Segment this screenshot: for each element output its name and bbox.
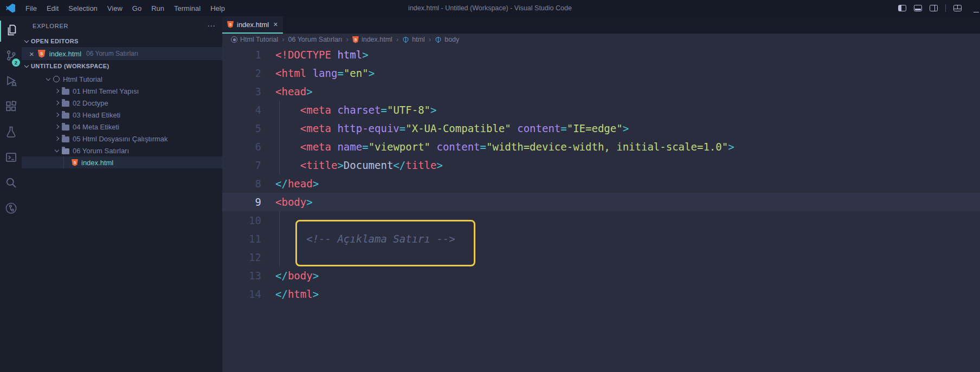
section-open-editors[interactable]: OPEN EDITORS	[22, 35, 222, 47]
breadcrumb-label: html	[412, 36, 425, 43]
tab-close-icon[interactable]: ×	[273, 20, 278, 29]
line-number: 7	[222, 156, 275, 174]
line-number: 10	[222, 211, 275, 230]
file-tree: Html Tutorial01 Html Temel Yapısı02 Doct…	[22, 73, 222, 168]
code-line-12[interactable]: 12	[222, 248, 980, 266]
chevron-right-icon: ›	[346, 35, 349, 43]
code-line-6[interactable]: 6 <meta name="viewport" content="width=d…	[222, 138, 980, 156]
tree-item-label: 04 Meta Etiketi	[73, 123, 119, 131]
menu-bar: FileEditSelectionViewGoRunTerminalHelp	[21, 0, 230, 16]
code-line-13[interactable]: 13</body>	[222, 266, 980, 285]
menu-item-view[interactable]: View	[102, 0, 127, 16]
menu-item-help[interactable]: Help	[205, 0, 230, 16]
breadcrumb-label: 06 Yorum Satırları	[288, 36, 343, 43]
code-line-1[interactable]: 1<!DOCTYPE html>	[222, 45, 980, 64]
line-number: 9	[222, 193, 275, 211]
code-line-4[interactable]: 4 <meta charset="UTF-8">	[222, 101, 980, 119]
section-workspace[interactable]: UNTITLED (WORKSPACE)	[22, 60, 222, 72]
code-line-5[interactable]: 5 <meta http-equiv="X-UA-Compatible" con…	[222, 119, 980, 138]
tree-item-03-head-etiketi[interactable]: 03 Head Etiketi	[22, 109, 222, 121]
git-graph-icon	[5, 202, 17, 217]
minimize-icon[interactable]	[973, 12, 979, 12]
chevron-right-icon	[55, 136, 59, 141]
tab-index-html[interactable]: 5 index.html ×	[222, 16, 283, 34]
line-number: 2	[222, 64, 275, 82]
breadcrumb-item-html[interactable]: html	[402, 36, 425, 43]
code-line-text: <!DOCTYPE html>	[275, 45, 369, 64]
menu-item-edit[interactable]: Edit	[42, 0, 63, 16]
code-line-7[interactable]: 7 <title>Document</title>	[222, 156, 980, 174]
code-line-text: <head>	[275, 82, 313, 101]
code-line-text: <meta name="viewport" content="width=dev…	[275, 138, 734, 156]
code-line-text: </html>	[275, 285, 319, 303]
menu-item-go[interactable]: Go	[127, 0, 146, 16]
tree-item-html-tutorial[interactable]: Html Tutorial	[22, 73, 222, 85]
beaker-icon	[5, 126, 17, 140]
breadcrumb-label: Html Tutorial	[240, 36, 278, 43]
toggle-panel-icon[interactable]	[914, 5, 922, 11]
customize-layout-icon[interactable]	[953, 5, 962, 11]
source-control-badge: 2	[12, 58, 20, 67]
chevron-right-icon: ›	[396, 35, 398, 43]
tree-item-label: 01 Html Temel Yapısı	[73, 87, 139, 95]
line-number: 3	[222, 82, 275, 101]
tree-item-04-meta-etiketi[interactable]: 04 Meta Etiketi	[22, 121, 222, 133]
code-line-8[interactable]: 8</head>	[222, 174, 980, 193]
breadcrumb-item-html-tutorial[interactable]: Html Tutorial	[231, 36, 278, 43]
activity-item-extensions[interactable]	[0, 95, 22, 120]
code-area[interactable]: 1<!DOCTYPE html>2<html lang="en">3<head>…	[222, 45, 980, 372]
chevron-down-icon	[24, 38, 29, 42]
toggle-sidebar-icon[interactable]	[898, 5, 906, 11]
breadcrumb-item-index-html[interactable]: 5index.html	[352, 36, 392, 43]
code-line-10[interactable]: 10	[222, 211, 980, 230]
code-line-9[interactable]: 9<body>	[222, 193, 980, 211]
code-line-14[interactable]: 14</html>	[222, 285, 980, 303]
code-line-2[interactable]: 2<html lang="en">	[222, 64, 980, 82]
tree-item-01-html-temel-yap-s[interactable]: 01 Html Temel Yapısı	[22, 85, 222, 97]
code-line-3[interactable]: 3<head>	[222, 82, 980, 101]
folder-icon	[62, 136, 69, 142]
more-actions-icon[interactable]: ⋯	[207, 21, 216, 31]
activity-item-testing[interactable]	[0, 120, 22, 146]
code-line-text: <meta charset="UTF-8">	[275, 101, 436, 119]
line-number: 4	[222, 101, 275, 119]
line-number: 6	[222, 138, 275, 156]
html5-icon: 5	[227, 21, 234, 28]
activity-item-search[interactable]	[0, 171, 22, 197]
menu-item-terminal[interactable]: Terminal	[169, 0, 205, 16]
activity-item-explorer[interactable]	[0, 18, 22, 44]
activity-item-run-and-debug[interactable]	[0, 69, 22, 95]
toggle-secondary-sidebar-icon[interactable]	[930, 5, 938, 11]
line-number: 13	[222, 266, 275, 285]
debug-icon	[5, 75, 17, 89]
tree-item-label: 02 Doctype	[73, 99, 108, 107]
tree-item-06-yorum-sat-rlar[interactable]: 06 Yorum Satırları	[22, 145, 222, 156]
code-line-text: <html lang="en">	[275, 64, 375, 82]
editor-group: 5 index.html × Html Tutorial›06 Yorum Sa…	[222, 16, 980, 372]
activity-item-source-control[interactable]: 2	[0, 44, 22, 69]
breadcrumb: Html Tutorial›06 Yorum Satırları›5index.…	[222, 34, 980, 45]
tree-item-label: index.html	[81, 159, 113, 167]
tree-item-02-doctype[interactable]: 02 Doctype	[22, 97, 222, 109]
open-editor-decoration: 06 Yorum Satırları	[86, 50, 138, 57]
html5-icon: 5	[38, 50, 46, 58]
open-editor-item[interactable]: × 5 index.html 06 Yorum Satırları	[22, 47, 222, 60]
tree-item-index-html[interactable]: 5index.html	[22, 156, 222, 168]
menu-item-selection[interactable]: Selection	[63, 0, 102, 16]
breadcrumb-item-06-yorum-sat-rlar[interactable]: 06 Yorum Satırları	[288, 36, 343, 43]
activity-item-terminal[interactable]	[0, 146, 22, 171]
breadcrumb-item-body[interactable]: body	[435, 36, 459, 43]
extensions-icon	[5, 100, 17, 115]
close-icon[interactable]: ×	[29, 50, 34, 58]
menu-item-run[interactable]: Run	[146, 0, 169, 16]
activity-item-git-graph[interactable]	[0, 197, 22, 222]
line-number: 14	[222, 285, 275, 303]
chevron-right-icon	[55, 125, 59, 129]
tree-item-05-html-dosyas-n-al-t-rmak[interactable]: 05 Html Dosyasını Çalıştırmak	[22, 133, 222, 145]
code-line-11[interactable]: 11 <!-- Açıklama Satırı -->	[222, 230, 980, 248]
menu-item-file[interactable]: File	[21, 0, 42, 16]
code-line-text: <meta http-equiv="X-UA-Compatible" conte…	[275, 119, 629, 138]
folder-open-icon	[62, 148, 69, 154]
chevron-right-icon: ›	[282, 35, 284, 43]
record-icon	[231, 36, 237, 43]
